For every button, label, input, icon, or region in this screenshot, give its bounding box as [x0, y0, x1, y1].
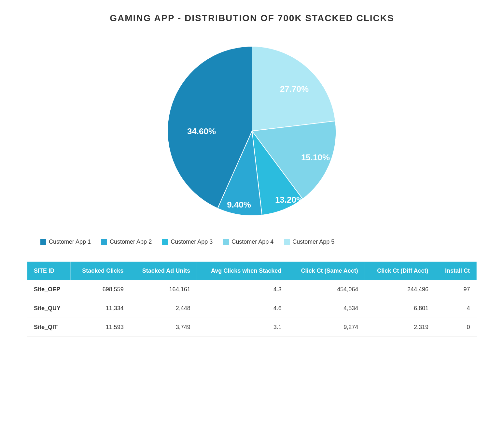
legend-label-app4: Customer App 4	[231, 238, 273, 245]
table-row: Site_QIT 11,593 3,749 3.1 9,274 2,319 0	[27, 318, 477, 337]
legend-item-app4: Customer App 4	[223, 238, 273, 245]
legend-item-app5: Customer App 5	[284, 238, 334, 245]
col-header-click-ct-diff: Click Ct (Diff Acct)	[365, 262, 435, 280]
svg-text:15.10%: 15.10%	[301, 152, 330, 162]
col-header-click-ct-same: Click Ct (Same Acct)	[288, 262, 365, 280]
cell-install-ct-2: 4	[435, 299, 476, 318]
cell-stacked-clicks-1: 698,559	[71, 280, 130, 299]
table-row: Site_QUY 11,334 2,448 4.6 4,534 6,801 4	[27, 299, 477, 318]
page-title: GAMING APP - DISTRIBUTION OF 700K STACKE…	[110, 13, 394, 23]
legend-item-app2: Customer App 2	[101, 238, 152, 245]
cell-click-ct-diff-2: 6,801	[365, 299, 435, 318]
col-header-install-ct: Install Ct	[435, 262, 476, 280]
legend-label-app2: Customer App 2	[110, 238, 152, 245]
col-header-site-id: SITE ID	[27, 262, 71, 280]
legend-color-app4	[223, 239, 229, 245]
legend-label-app1: Customer App 1	[49, 238, 91, 245]
chart-legend: Customer App 1 Customer App 2 Customer A…	[40, 238, 464, 245]
table-header-row: SITE ID Stacked Clicks Stacked Ad Units …	[27, 262, 477, 280]
cell-site-id-2: Site_QUY	[27, 299, 71, 318]
svg-text:9.40%: 9.40%	[227, 200, 251, 209]
cell-stacked-ad-units-2: 2,448	[130, 299, 197, 318]
cell-avg-clicks-1: 4.3	[197, 280, 288, 299]
cell-click-ct-same-2: 4,534	[288, 299, 365, 318]
cell-stacked-clicks-2: 11,334	[71, 299, 130, 318]
cell-click-ct-same-3: 9,274	[288, 318, 365, 337]
cell-avg-clicks-3: 3.1	[197, 318, 288, 337]
legend-color-app2	[101, 239, 107, 245]
svg-text:27.70%: 27.70%	[280, 84, 309, 94]
cell-install-ct-3: 0	[435, 318, 476, 337]
col-header-stacked-clicks: Stacked Clicks	[71, 262, 130, 280]
cell-stacked-ad-units-3: 3,749	[130, 318, 197, 337]
legend-color-app3	[162, 239, 168, 245]
table-row: Site_OEP 698,559 164,161 4.3 454,064 244…	[27, 280, 477, 299]
cell-click-ct-diff-3: 2,319	[365, 318, 435, 337]
cell-install-ct-1: 97	[435, 280, 476, 299]
cell-click-ct-same-1: 454,064	[288, 280, 365, 299]
legend-label-app5: Customer App 5	[292, 238, 334, 245]
pie-chart: 27.70% 15.10% 13.20% 9.40% 34.60%	[138, 36, 366, 225]
cell-stacked-ad-units-1: 164,161	[130, 280, 197, 299]
data-table: SITE ID Stacked Clicks Stacked Ad Units …	[27, 262, 477, 337]
legend-color-app5	[284, 239, 290, 245]
svg-text:13.20%: 13.20%	[275, 195, 304, 205]
legend-label-app3: Customer App 3	[171, 238, 213, 245]
cell-site-id-1: Site_OEP	[27, 280, 71, 299]
cell-stacked-clicks-3: 11,593	[71, 318, 130, 337]
cell-avg-clicks-2: 4.6	[197, 299, 288, 318]
cell-site-id-3: Site_QIT	[27, 318, 71, 337]
legend-color-app1	[40, 239, 46, 245]
col-header-stacked-ad-units: Stacked Ad Units	[130, 262, 197, 280]
col-header-avg-clicks: Avg Clicks when Stacked	[197, 262, 288, 280]
svg-text:34.60%: 34.60%	[187, 126, 216, 136]
cell-click-ct-diff-1: 244,496	[365, 280, 435, 299]
legend-item-app3: Customer App 3	[162, 238, 213, 245]
legend-item-app1: Customer App 1	[40, 238, 91, 245]
